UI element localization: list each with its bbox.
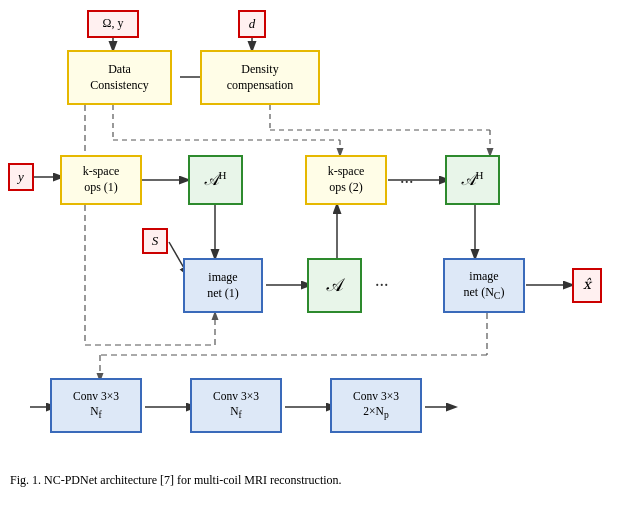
data-consistency-box: DataConsistency <box>67 50 172 105</box>
x-hat-label: x̂ <box>583 276 591 294</box>
y-label: y <box>18 169 24 186</box>
image-net-nc-box: imagenet (NC) <box>443 258 525 313</box>
conv2-label: Conv 3×3Nf <box>213 389 259 422</box>
kspace-ops-1-box: k-spaceops (1) <box>60 155 142 205</box>
a-box: 𝒜 <box>307 258 362 313</box>
x-hat-box: x̂ <box>572 268 602 303</box>
figure-caption: Fig. 1. NC-PDNet architecture [7] for mu… <box>0 473 640 488</box>
a-label: 𝒜 <box>327 274 342 297</box>
caption-text: Fig. 1. NC-PDNet architecture [7] for mu… <box>10 473 342 487</box>
image-net-1-box: imagenet (1) <box>183 258 263 313</box>
data-consistency-label: DataConsistency <box>90 62 149 93</box>
conv2-box: Conv 3×3Nf <box>190 378 282 433</box>
diagram: Ω, y d DataConsistency Densitycompensati… <box>0 0 640 490</box>
image-net-nc-label: imagenet (NC) <box>464 269 505 302</box>
image-net-1-label: imagenet (1) <box>207 270 239 301</box>
s-box: S <box>142 228 168 254</box>
kspace-ops-2-box: k-spaceops (2) <box>305 155 387 205</box>
omega-y-label: Ω, y <box>103 16 124 32</box>
conv1-label: Conv 3×3Nf <box>73 389 119 422</box>
conv3-box: Conv 3×32×Np <box>330 378 422 433</box>
ah2-box: 𝒜H <box>445 155 500 205</box>
s-label: S <box>152 233 159 250</box>
ah1-label: 𝒜H <box>205 168 227 191</box>
ah1-box: 𝒜H <box>188 155 243 205</box>
conv3-label: Conv 3×32×Np <box>353 389 399 422</box>
d-box: d <box>238 10 266 38</box>
density-compensation-label: Densitycompensation <box>227 62 294 93</box>
kspace-ops-2-label: k-spaceops (2) <box>328 164 365 195</box>
y-box: y <box>8 163 34 191</box>
dots-row1: ··· <box>400 172 414 193</box>
omega-y-box: Ω, y <box>87 10 139 38</box>
ah2-label: 𝒜H <box>462 168 484 191</box>
d-label: d <box>249 16 256 33</box>
conv1-box: Conv 3×3Nf <box>50 378 142 433</box>
dots-row2: ··· <box>375 275 389 296</box>
kspace-ops-1-label: k-spaceops (1) <box>83 164 120 195</box>
density-compensation-box: Densitycompensation <box>200 50 320 105</box>
